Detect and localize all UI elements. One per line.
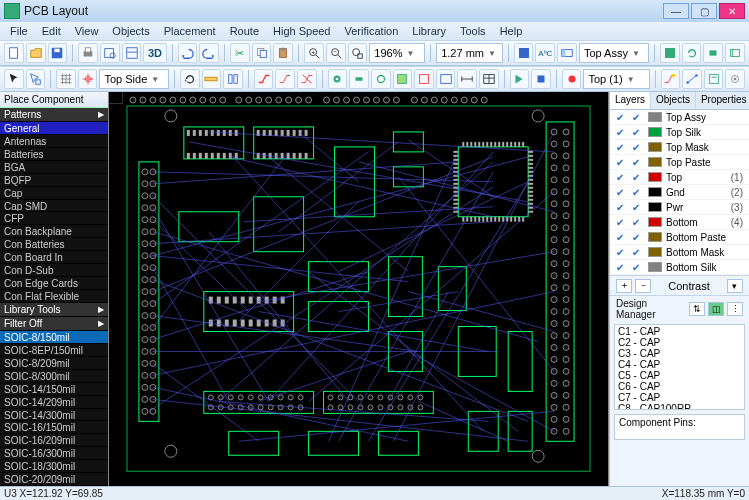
menu-tools[interactable]: Tools — [454, 24, 492, 38]
keepout-button[interactable] — [414, 69, 434, 89]
check-icon[interactable]: ✔ — [616, 232, 628, 243]
library-tools-header[interactable]: Library Tools — [0, 303, 108, 317]
tab-layers[interactable]: Layers — [610, 92, 651, 109]
pattern-category[interactable]: General — [0, 122, 108, 135]
design-manager-list[interactable]: C1 - CAP C2 - CAP C3 - CAP C4 - CAP C5 -… — [614, 324, 745, 410]
check-icon[interactable]: ✔ — [616, 262, 628, 273]
layer-swatch[interactable] — [648, 127, 662, 137]
dm-component-button[interactable]: ◫ — [708, 302, 724, 316]
pattern-item[interactable]: SOIC-8/150mil — [0, 331, 108, 344]
check-icon[interactable]: ✔ — [616, 217, 628, 228]
check-icon[interactable]: ✔ — [616, 127, 628, 138]
pattern-category[interactable]: Cap SMD — [0, 200, 108, 213]
check-icon[interactable]: ✔ — [632, 202, 644, 213]
menu-placement[interactable]: Placement — [158, 24, 222, 38]
drag-mode-button[interactable] — [26, 69, 46, 89]
layer-swatch[interactable] — [648, 217, 662, 227]
measure-button[interactable] — [202, 69, 222, 89]
pattern-item[interactable]: SOIC-16/150mil — [0, 421, 108, 434]
pattern-item[interactable]: SOIC-14/150mil — [0, 383, 108, 396]
dm-sort-button[interactable]: ⇅ — [689, 302, 705, 316]
copy-button[interactable] — [252, 43, 272, 63]
save-button[interactable] — [48, 43, 68, 63]
layer-row[interactable]: ✔✔Bottom(4) — [610, 215, 749, 230]
undo-button[interactable] — [178, 43, 198, 63]
check-icon[interactable]: ✔ — [632, 157, 644, 168]
layer-row[interactable]: ✔✔Top Assy — [610, 110, 749, 125]
check-icon[interactable]: ✔ — [616, 202, 628, 213]
menu-view[interactable]: View — [69, 24, 105, 38]
check-icon[interactable]: ✔ — [616, 247, 628, 258]
table-button[interactable] — [479, 69, 499, 89]
print-button[interactable] — [78, 43, 98, 63]
layer-row[interactable]: ✔✔Top Paste — [610, 155, 749, 170]
layer-swatch[interactable] — [648, 232, 662, 242]
list-item[interactable]: C2 - CAP — [618, 337, 741, 348]
board-outline-button[interactable] — [436, 69, 456, 89]
layer-row[interactable]: ✔✔Bottom Paste — [610, 230, 749, 245]
list-item[interactable]: C7 - CAP — [618, 392, 741, 403]
menu-edit[interactable]: Edit — [36, 24, 67, 38]
pattern-category[interactable]: Cap — [0, 187, 108, 200]
renew-button[interactable] — [682, 43, 702, 63]
check-icon[interactable]: ✔ — [632, 232, 644, 243]
list-item[interactable]: C4 - CAP — [618, 359, 741, 370]
menu-verification[interactable]: Verification — [339, 24, 405, 38]
pattern-item[interactable]: SOIC-20/209mil — [0, 473, 108, 486]
layer-swatch[interactable] — [648, 202, 662, 212]
mounting-hole-button[interactable] — [371, 69, 391, 89]
layer-row[interactable]: ✔✔Bottom Silk — [610, 260, 749, 275]
pattern-item[interactable]: SOIC-18/300mil — [0, 460, 108, 473]
layer-swatch[interactable] — [648, 142, 662, 152]
layer-row[interactable]: ✔✔Top Mask — [610, 140, 749, 155]
menu-route[interactable]: Route — [224, 24, 265, 38]
layer-row[interactable]: ✔✔Top(1) — [610, 170, 749, 185]
pattern-category[interactable]: Con D-Sub — [0, 264, 108, 277]
pattern-category[interactable]: CFP — [0, 212, 108, 225]
menu-file[interactable]: File — [4, 24, 34, 38]
layer-row[interactable]: ✔✔Bottom Mask — [610, 245, 749, 260]
grid-combo[interactable]: 1.27 mm▼ — [436, 43, 503, 63]
filter-header[interactable]: Filter Off — [0, 317, 108, 331]
pattern-category[interactable]: Antennas — [0, 135, 108, 148]
zoom-out-button[interactable]: − — [326, 43, 346, 63]
pattern-item[interactable]: SOIC-14/300mil — [0, 409, 108, 422]
patterns-header[interactable]: Patterns — [0, 108, 108, 122]
layer-row[interactable]: ✔✔Top Silk — [610, 125, 749, 140]
list-item[interactable]: C1 - CAP — [618, 326, 741, 337]
check-icon[interactable]: ✔ — [632, 187, 644, 198]
layer-swatch[interactable] — [648, 172, 662, 182]
preview-button[interactable] — [100, 43, 120, 63]
check-icon[interactable]: ✔ — [616, 187, 628, 198]
check-icon[interactable]: ✔ — [632, 247, 644, 258]
pattern-item[interactable]: SOIC-8/300mil — [0, 370, 108, 383]
route-add-button[interactable]: + — [275, 69, 295, 89]
layer-row[interactable]: ✔✔Pwr(3) — [610, 200, 749, 215]
layer-swatch[interactable] — [648, 187, 662, 197]
menu-objects[interactable]: Objects — [106, 24, 155, 38]
layer-swatch[interactable] — [648, 157, 662, 167]
pattern-category[interactable]: Con Flat Flexible — [0, 290, 108, 303]
pattern-item[interactable]: SOIC-8/209mil — [0, 357, 108, 370]
check-icon[interactable]: ✔ — [632, 112, 644, 123]
layer-swatch[interactable] — [648, 112, 662, 122]
title-block-button[interactable] — [122, 43, 142, 63]
tab-properties[interactable]: Properties — [696, 92, 749, 109]
copper-pour-button[interactable] — [393, 69, 413, 89]
pattern-item[interactable]: SOIC-16/209mil — [0, 434, 108, 447]
autoroute-stop-button[interactable] — [531, 69, 551, 89]
netlist-button[interactable] — [704, 69, 724, 89]
dm-net-button[interactable]: ⋮ — [727, 302, 743, 316]
check-icon[interactable]: ✔ — [616, 112, 628, 123]
check-icon[interactable]: ✔ — [632, 172, 644, 183]
menu-help[interactable]: Help — [494, 24, 529, 38]
drc-button[interactable] — [661, 69, 681, 89]
zoom-combo[interactable]: 196%▼ — [369, 43, 425, 63]
check-icon[interactable]: ✔ — [616, 157, 628, 168]
redo-button[interactable] — [199, 43, 219, 63]
panel-toggle-button[interactable] — [557, 43, 577, 63]
pattern-button[interactable] — [725, 43, 745, 63]
pattern-category[interactable]: BQFP — [0, 174, 108, 187]
check-icon[interactable]: ✔ — [632, 262, 644, 273]
add-layer-button[interactable]: ＋ — [616, 279, 632, 293]
